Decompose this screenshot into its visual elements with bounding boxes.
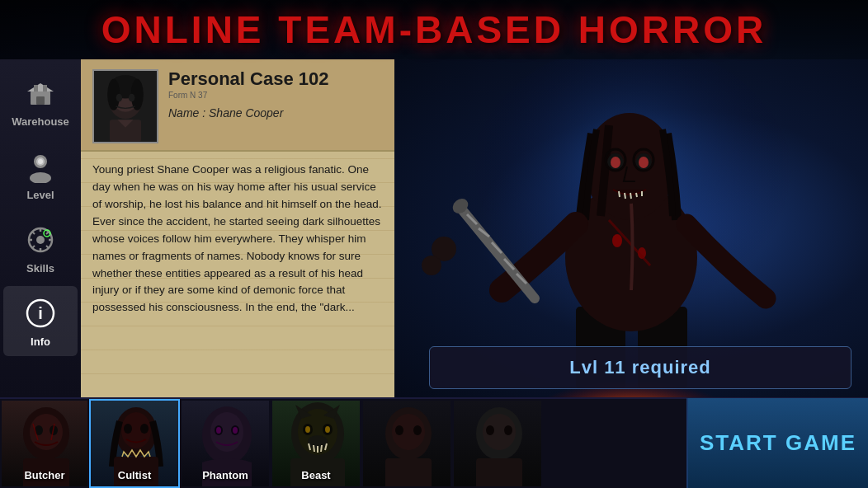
case-body: Young priest Shane Cooper was a religiou… [81, 152, 394, 326]
cultist-label: Cultist [118, 469, 151, 481]
svg-point-81 [325, 426, 330, 433]
svg-line-18 [32, 246, 35, 248]
start-game-button[interactable]: START GAME [686, 398, 868, 488]
sidebar: Warehouse Level [0, 59, 81, 397]
svg-rect-4 [43, 85, 47, 92]
svg-point-91 [486, 425, 494, 435]
sidebar-item-info[interactable]: i Info [3, 286, 78, 356]
svg-point-87 [413, 425, 422, 435]
svg-marker-1 [27, 83, 54, 92]
case-title-block: Personal Case 102 Form N 37 Name : Shane… [168, 69, 383, 120]
warehouse-label: Warehouse [12, 115, 69, 128]
char-card-butcher[interactable]: Butcher [0, 399, 89, 488]
case-portrait [92, 69, 158, 143]
info-icon: i [21, 294, 59, 332]
svg-point-73 [233, 427, 238, 434]
svg-line-17 [46, 232, 49, 234]
svg-point-54 [422, 256, 441, 275]
sidebar-item-skills[interactable]: Skills [3, 213, 78, 283]
svg-rect-2 [36, 96, 45, 105]
char-card-6[interactable] [452, 399, 543, 488]
svg-point-28 [116, 94, 123, 102]
sidebar-item-warehouse[interactable]: Warehouse [3, 66, 78, 136]
main-title: ONLINE TEAM-BASED HORROR [101, 7, 767, 52]
svg-text:i: i [38, 304, 43, 322]
svg-line-16 [46, 246, 49, 248]
svg-point-65 [124, 424, 132, 434]
svg-rect-93 [476, 458, 522, 488]
svg-point-10 [36, 236, 45, 244]
svg-point-66 [140, 424, 149, 434]
case-header: Personal Case 102 Form N 37 Name : Shane… [81, 59, 394, 152]
skills-label: Skills [26, 262, 54, 274]
svg-line-15 [32, 232, 35, 234]
level-label: Level [26, 189, 54, 201]
svg-point-43 [639, 157, 649, 168]
char-card-cultist[interactable]: Cultist [89, 399, 180, 488]
svg-point-80 [305, 426, 310, 433]
level-icon [21, 148, 59, 185]
svg-point-6 [30, 172, 51, 183]
skills-icon [21, 221, 59, 259]
svg-rect-3 [34, 85, 38, 92]
svg-point-72 [216, 427, 221, 434]
svg-point-29 [129, 94, 135, 102]
case-panel: Personal Case 102 Form N 37 Name : Shane… [81, 59, 394, 397]
case-title: Personal Case 102 [168, 69, 383, 89]
character-cards: Butcher Cultist [0, 399, 686, 488]
butcher-label: Butcher [24, 469, 64, 481]
svg-point-86 [395, 425, 403, 435]
svg-point-42 [611, 157, 620, 168]
case-name: Name : Shane Cooper [168, 106, 383, 120]
svg-point-8 [38, 159, 43, 164]
case-form-num: Form N 37 [168, 91, 383, 100]
svg-rect-88 [385, 458, 432, 488]
level-badge-text: Lvl 11 required [569, 357, 711, 378]
phantom-label: Phantom [202, 469, 248, 481]
info-label: Info [31, 336, 50, 348]
svg-point-35 [612, 234, 622, 247]
char-card-phantom[interactable]: Phantom [180, 399, 271, 488]
beast-label: Beast [301, 469, 330, 481]
start-game-label: START GAME [700, 430, 856, 456]
bottom-bar: Butcher Cultist [0, 397, 868, 488]
sidebar-item-level[interactable]: Level [3, 139, 78, 209]
svg-point-92 [504, 425, 512, 435]
title-bar: ONLINE TEAM-BASED HORROR [0, 0, 868, 59]
level-badge: Lvl 11 required [429, 346, 851, 389]
char-card-5[interactable] [361, 399, 452, 488]
char-card-beast[interactable]: Beast [271, 399, 361, 488]
warehouse-icon [21, 74, 59, 112]
